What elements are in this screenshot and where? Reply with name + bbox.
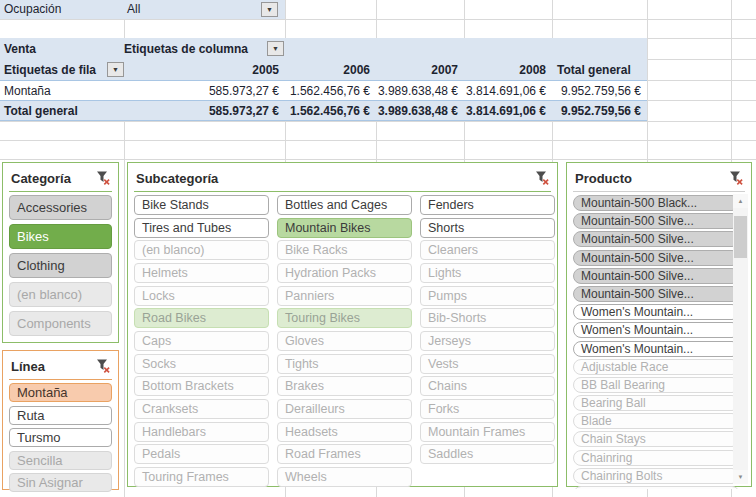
pivot-value-cell[interactable]: 585.973,27 € bbox=[124, 84, 285, 98]
pivot-total-cell[interactable]: 3.814.691,06 € bbox=[464, 104, 552, 118]
slicer-item[interactable]: Bearing Ball bbox=[573, 395, 740, 411]
slicer-item-list: Mountain-500 Black...Mountain-500 Silve.… bbox=[567, 195, 746, 489]
slicer-item[interactable]: Pedals bbox=[134, 444, 269, 464]
clear-filter-icon[interactable] bbox=[534, 170, 550, 186]
slicer-item[interactable]: Road Frames bbox=[277, 444, 412, 464]
slicer-item[interactable]: Cranksets bbox=[134, 399, 269, 419]
slicer-item[interactable]: Chains bbox=[420, 376, 555, 396]
slicer-item[interactable]: Montaña bbox=[9, 383, 112, 402]
slicer-item[interactable]: Sin Asignar bbox=[9, 473, 112, 492]
pivot-row-label[interactable]: Montaña bbox=[0, 84, 124, 98]
pivot-column-header[interactable]: Total general bbox=[552, 63, 647, 77]
pivot-column-header[interactable]: 2005 bbox=[124, 63, 285, 77]
clear-filter-icon[interactable] bbox=[95, 358, 111, 374]
pivot-column-header[interactable]: 2007 bbox=[376, 63, 464, 77]
pivot-column-labels-cell[interactable]: Etiquetas de columna bbox=[124, 42, 248, 56]
slicer-item[interactable]: Forks bbox=[420, 399, 555, 419]
slicer-item[interactable]: Caps bbox=[134, 331, 269, 351]
pivot-total-label[interactable]: Total general bbox=[0, 104, 124, 118]
filter-field-label[interactable]: Ocupación bbox=[4, 2, 61, 16]
slicer-item[interactable]: Sencilla bbox=[9, 451, 112, 470]
slicer-item[interactable]: Vests bbox=[420, 354, 555, 374]
filter-dropdown-button[interactable]: ▼ bbox=[261, 2, 278, 17]
row-labels-dropdown-button[interactable]: ▼ bbox=[107, 62, 124, 77]
filter-field-value[interactable]: All bbox=[127, 2, 140, 16]
slicer-item[interactable]: Derailleurs bbox=[277, 399, 412, 419]
slicer-item[interactable]: Bottles and Cages bbox=[277, 195, 412, 215]
slicer-item[interactable]: Tires and Tubes bbox=[134, 218, 269, 238]
slicer-header-rule bbox=[573, 191, 745, 192]
slicer-item[interactable]: Bike Racks bbox=[277, 240, 412, 260]
slicer-item[interactable]: Components bbox=[9, 311, 112, 336]
slicer-item[interactable]: Ruta bbox=[9, 406, 112, 425]
scroll-up-button[interactable]: ▲ bbox=[733, 194, 748, 208]
slicer-item[interactable]: Mountain Bikes bbox=[277, 218, 412, 238]
slicer-item[interactable]: Tights bbox=[277, 354, 412, 374]
scrollbar-thumb[interactable] bbox=[734, 216, 747, 258]
slicer-item[interactable]: Saddles bbox=[420, 444, 555, 464]
slicer-item[interactable]: Bike Stands bbox=[134, 195, 269, 215]
slicer-item[interactable]: Shorts bbox=[420, 218, 555, 238]
slicer-item[interactable]: Blade bbox=[573, 413, 740, 429]
slicer-item[interactable]: Locks bbox=[134, 286, 269, 306]
slicer-item[interactable]: Handlebars bbox=[134, 422, 269, 442]
pivot-measure-cell[interactable]: Venta bbox=[0, 42, 124, 56]
clear-filter-icon[interactable] bbox=[95, 170, 111, 186]
slicer-item[interactable]: BB Ball Bearing bbox=[573, 377, 740, 393]
slicer-item[interactable]: Helmets bbox=[134, 263, 269, 283]
slicer-item[interactable]: Road Bikes bbox=[134, 308, 269, 328]
slicer-item[interactable]: Bib-Shorts bbox=[420, 308, 555, 328]
pivot-column-header[interactable]: 2006 bbox=[285, 63, 376, 77]
scroll-down-button[interactable]: ▼ bbox=[733, 470, 748, 484]
column-labels-dropdown-button[interactable]: ▼ bbox=[267, 41, 284, 56]
pivot-value-cell[interactable]: 9.952.759,56 € bbox=[552, 84, 647, 98]
slicer-item[interactable]: Wheels bbox=[277, 467, 412, 487]
slicer-item[interactable]: (en blanco) bbox=[9, 282, 112, 307]
pivot-total-cell[interactable]: 3.989.638,48 € bbox=[376, 104, 464, 118]
slicer-item[interactable]: Accessories bbox=[9, 195, 112, 220]
slicer-item[interactable]: Mountain-500 Silve... bbox=[573, 286, 740, 302]
slicer-item[interactable]: Brakes bbox=[277, 376, 412, 396]
slicer-item[interactable]: Socks bbox=[134, 354, 269, 374]
slicer-item[interactable]: Fenders bbox=[420, 195, 555, 215]
pivot-total-cell[interactable]: 1.562.456,76 € bbox=[285, 104, 376, 118]
slicer-item[interactable]: Mountain-500 Silve... bbox=[573, 213, 740, 229]
slicer-item[interactable]: Women's Mountain... bbox=[573, 322, 740, 338]
slicer-item[interactable]: Mountain-500 Silve... bbox=[573, 250, 740, 266]
slicer-item[interactable] bbox=[573, 486, 740, 489]
pivot-value-cell[interactable]: 3.814.691,06 € bbox=[464, 84, 552, 98]
slicer-item[interactable]: Lights bbox=[420, 263, 555, 283]
slicer-item[interactable]: Bikes bbox=[9, 224, 112, 249]
slicer-item[interactable]: Chainring Bolts bbox=[573, 468, 740, 484]
slicer-item[interactable]: Headsets bbox=[277, 422, 412, 442]
slicer-item[interactable]: Women's Mountain... bbox=[573, 341, 740, 357]
pivot-value-cell[interactable]: 3.989.638,48 € bbox=[376, 84, 464, 98]
pivot-column-header[interactable]: 2008 bbox=[464, 63, 552, 77]
slicer-item[interactable]: Adjustable Race bbox=[573, 359, 740, 375]
slicer-item[interactable]: Tursmo bbox=[9, 428, 112, 447]
slicer-item[interactable]: Hydration Packs bbox=[277, 263, 412, 283]
slicer-item[interactable]: Pumps bbox=[420, 286, 555, 306]
pivot-row-labels-cell[interactable]: Etiquetas de fila bbox=[0, 63, 124, 77]
slicer-item[interactable]: Mountain-500 Black... bbox=[573, 195, 740, 211]
slicer-item[interactable]: Chain Stays bbox=[573, 431, 740, 447]
clear-filter-icon[interactable] bbox=[728, 170, 744, 186]
slicer-item[interactable]: Touring Frames bbox=[134, 467, 269, 487]
slicer-item[interactable]: Mountain Frames bbox=[420, 422, 555, 442]
slicer-item[interactable]: Gloves bbox=[277, 331, 412, 351]
slicer-item[interactable]: Clothing bbox=[9, 253, 112, 278]
slicer-item[interactable]: Touring Bikes bbox=[277, 308, 412, 328]
slicer-item[interactable]: Bottom Brackets bbox=[134, 376, 269, 396]
slicer-item[interactable]: Cleaners bbox=[420, 240, 555, 260]
slicer-item[interactable]: Mountain-500 Silve... bbox=[573, 268, 740, 284]
scrollbar[interactable]: ▲ ▼ bbox=[733, 194, 748, 484]
pivot-total-cell[interactable]: 9.952.759,56 € bbox=[552, 104, 647, 118]
slicer-item[interactable]: Jerseys bbox=[420, 331, 555, 351]
slicer-item[interactable]: Women's Mountain... bbox=[573, 304, 740, 320]
slicer-item[interactable]: Mountain-500 Silve... bbox=[573, 231, 740, 247]
slicer-item[interactable]: Chainring bbox=[573, 450, 740, 466]
pivot-value-cell[interactable]: 1.562.456,76 € bbox=[285, 84, 376, 98]
slicer-item[interactable]: Panniers bbox=[277, 286, 412, 306]
pivot-total-cell[interactable]: 585.973,27 € bbox=[124, 104, 285, 118]
slicer-item[interactable]: (en blanco) bbox=[134, 240, 269, 260]
